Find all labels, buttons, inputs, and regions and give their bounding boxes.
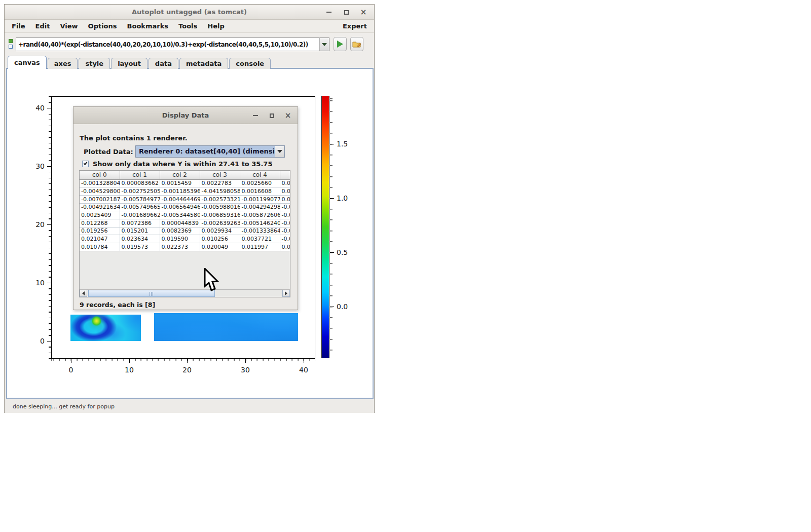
table-row[interactable]: 0.0122680.00723860.000044839-0.002639263…: [80, 219, 290, 227]
plotted-data-combobox[interactable]: Renderer 0: dataset[40,40] (dimension...: [135, 145, 285, 158]
tab-metadata[interactable]: metadata: [179, 58, 228, 69]
table-row[interactable]: -0.004921634...-0.005749665...-0.0065649…: [80, 203, 290, 211]
scrollbar-track[interactable]: [87, 290, 282, 297]
table-cell[interactable]: -0.005988016...: [200, 203, 240, 211]
column-header[interactable]: col 1: [120, 171, 160, 179]
table-cell[interactable]: -0.005146240...: [240, 219, 280, 227]
tab-console[interactable]: console: [229, 58, 271, 69]
table-cell[interactable]: -0.0: [280, 235, 290, 243]
close-icon[interactable]: ×: [360, 9, 367, 16]
uri-dropdown-icon[interactable]: [319, 37, 329, 51]
table-row[interactable]: -0.004529800...-0.002752505...-0.0011853…: [80, 187, 290, 196]
table-cell[interactable]: 0.019590: [160, 235, 200, 243]
tab-axes[interactable]: axes: [48, 58, 78, 69]
column-header[interactable]: col 2: [160, 171, 200, 179]
table-cell[interactable]: 0.015201: [120, 227, 160, 235]
table-cell[interactable]: -0.007002187...: [80, 195, 120, 203]
table-cell[interactable]: -0.0: [280, 203, 290, 211]
table-cell[interactable]: 0.0025660: [240, 179, 280, 187]
table-cell[interactable]: -0.001689662...: [120, 211, 160, 219]
menu-item-help[interactable]: Help: [202, 22, 229, 30]
table-row[interactable]: 0.0025409-0.001689662...-0.005344580...-…: [80, 211, 290, 219]
table-cell[interactable]: 0.022373: [160, 243, 200, 251]
table-cell[interactable]: 0.021047: [80, 235, 120, 243]
combo-dropdown-icon[interactable]: [275, 146, 284, 157]
table-cell[interactable]: -0.001199077...: [240, 195, 280, 203]
y-filter-checkbox[interactable]: [82, 161, 89, 167]
table-cell[interactable]: -0.002639263...: [200, 219, 240, 227]
table-cell[interactable]: 0.0022783: [200, 179, 240, 187]
table-cell[interactable]: 0.0072386: [120, 219, 160, 227]
tab-style[interactable]: style: [79, 58, 110, 69]
table-cell[interactable]: 0.012268: [80, 219, 120, 227]
column-header[interactable]: col 3: [200, 171, 240, 179]
table-cell[interactable]: -0.001333864...: [240, 227, 280, 235]
table-row[interactable]: -0.001328804...0.0000836620.00154590.002…: [80, 179, 290, 187]
uri-input[interactable]: +rand(40,40)*(exp(-distance(40,40,20,20,…: [16, 37, 320, 51]
menu-item-edit[interactable]: Edit: [30, 22, 55, 30]
table-cell[interactable]: 0.000083662: [120, 179, 160, 187]
table-row[interactable]: 0.0210470.0236340.0195900.0102560.003772…: [80, 235, 290, 243]
menu-item-options[interactable]: Options: [83, 22, 122, 30]
table-cell[interactable]: 0.019256: [80, 227, 120, 235]
table-cell[interactable]: 0.00: [280, 187, 290, 196]
tab-data[interactable]: data: [149, 58, 178, 69]
scroll-left-icon[interactable]: [80, 290, 87, 297]
table-cell[interactable]: 0.010256: [200, 235, 240, 243]
menu-item-bookmarks[interactable]: Bookmarks: [122, 22, 174, 30]
table-row[interactable]: 0.0107840.0195730.0223730.0200490.011997…: [80, 243, 290, 251]
table-cell[interactable]: 0.0029934: [200, 227, 240, 235]
table-cell[interactable]: -4.041598058...: [200, 187, 240, 196]
table-cell[interactable]: 0.0025409: [80, 211, 120, 219]
table-cell[interactable]: -0.006564946...: [160, 203, 200, 211]
table-row[interactable]: -0.007002187...-0.005784977...-0.0044644…: [80, 195, 290, 203]
dialog-close-icon[interactable]: ×: [284, 112, 291, 119]
table-cell[interactable]: 0.0016608: [240, 187, 280, 196]
plot-layers-icon[interactable]: [8, 38, 14, 50]
table-cell[interactable]: 0.0015459: [160, 179, 200, 187]
table-cell[interactable]: -0.0: [280, 219, 290, 227]
table-cell[interactable]: -0.001328804...: [80, 179, 120, 187]
table-cell[interactable]: -0.005784977...: [120, 195, 160, 203]
dialog-maximize-icon[interactable]: [268, 112, 275, 119]
table-cell[interactable]: -0.006859316...: [200, 211, 240, 219]
table-cell[interactable]: 0.0037721: [240, 235, 280, 243]
window-titlebar[interactable]: Autoplot untagged (as tomcat) ×: [5, 5, 374, 20]
plot-canvas[interactable]: 40 30 20 10 0 0 10 20 30 40 1.5 1.0 0.5 …: [6, 68, 374, 399]
table-row[interactable]: 0.0192560.0152010.00823690.0029934-0.001…: [80, 227, 290, 235]
table-cell[interactable]: -0.004464469...: [160, 195, 200, 203]
column-header[interactable]: [280, 171, 290, 179]
table-cell[interactable]: -0.0: [280, 227, 290, 235]
dialog-minimize-icon[interactable]: [252, 112, 259, 119]
scrollbar-thumb[interactable]: [88, 290, 215, 297]
menu-item-view[interactable]: View: [55, 22, 83, 30]
table-cell[interactable]: 0.019573: [120, 243, 160, 251]
menu-item-expert[interactable]: Expert: [343, 22, 367, 30]
table-cell[interactable]: 0.00: [280, 195, 290, 203]
tab-layout[interactable]: layout: [111, 58, 148, 69]
table-cell[interactable]: 0.00: [280, 243, 290, 251]
go-button[interactable]: [334, 37, 347, 51]
table-cell[interactable]: -0.005344580...: [160, 211, 200, 219]
table-cell[interactable]: -0.004921634...: [80, 203, 120, 211]
table-cell[interactable]: -0.0: [280, 211, 290, 219]
scroll-right-icon[interactable]: [282, 290, 290, 297]
table-cell[interactable]: -0.004294298...: [240, 203, 280, 211]
table-cell[interactable]: -0.004529800...: [80, 187, 120, 196]
column-header[interactable]: col 4: [240, 171, 280, 179]
table-cell[interactable]: 0.020049: [200, 243, 240, 251]
maximize-icon[interactable]: [343, 9, 350, 16]
horizontal-scrollbar[interactable]: [80, 289, 290, 297]
menu-item-tools[interactable]: Tools: [173, 22, 202, 30]
tab-canvas[interactable]: canvas: [8, 56, 47, 69]
table-cell[interactable]: 0.011997: [240, 243, 280, 251]
table-cell[interactable]: -0.001185396...: [160, 187, 200, 196]
table-cell[interactable]: -0.002752505...: [120, 187, 160, 196]
table-cell[interactable]: -0.002573321...: [200, 195, 240, 203]
column-header[interactable]: col 0: [80, 171, 120, 179]
table-cell[interactable]: -0.005872606...: [240, 211, 280, 219]
table-cell[interactable]: 0.010784: [80, 243, 120, 251]
inspect-uri-button[interactable]: [350, 37, 363, 51]
minimize-icon[interactable]: [325, 9, 333, 16]
dialog-titlebar[interactable]: Display Data ×: [73, 107, 298, 124]
